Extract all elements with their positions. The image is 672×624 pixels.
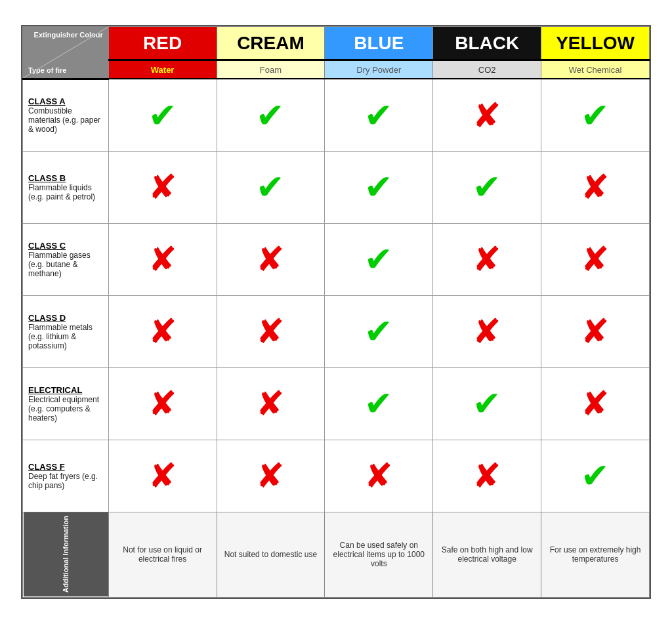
fire-class-1: CLASS B (28, 173, 103, 183)
check-icon: ✔ (256, 168, 285, 206)
cell-r4-c3: ✔ (433, 367, 541, 440)
header-yellow: YELLOW (541, 26, 650, 60)
cross-icon: ✘ (148, 312, 177, 350)
check-icon: ✔ (364, 240, 393, 278)
cell-r4-c1: ✘ (217, 367, 325, 440)
type-water: Water (108, 60, 217, 79)
cell-r4-c0: ✘ (108, 367, 217, 440)
cell-r1-c2: ✔ (325, 151, 433, 223)
cell-r2-c3: ✘ (433, 223, 541, 295)
cross-icon: ✘ (581, 240, 610, 278)
check-icon: ✔ (581, 96, 610, 135)
cross-icon: ✘ (472, 457, 501, 495)
cell-r5-c1: ✘ (217, 440, 325, 512)
fire-class-2: CLASS C (28, 241, 103, 251)
fire-desc-3: Flammable metals (e.g. lithium & potassi… (28, 323, 103, 350)
cell-r1-c0: ✘ (108, 151, 217, 223)
cell-r5-c3: ✘ (433, 440, 541, 512)
check-icon: ✔ (364, 385, 393, 423)
table-row: CLASS ACombustible materials (e.g. paper… (23, 79, 650, 151)
check-icon: ✔ (364, 96, 393, 135)
additional-cream: Not suited to domestic use (217, 512, 325, 597)
additional-black: Safe on both high and low electrical vol… (433, 512, 541, 597)
fire-desc-1: Flammable liquids (e.g. paint & petrol) (28, 183, 103, 201)
type-wet-chemical: Wet Chemical (541, 60, 650, 79)
cross-icon: ✘ (581, 385, 610, 423)
type-foam: Foam (217, 60, 325, 79)
cross-icon: ✘ (256, 240, 285, 278)
cell-r0-c1: ✔ (217, 79, 325, 151)
fire-class-4: ELECTRICAL (28, 385, 103, 395)
cell-r0-c4: ✔ (541, 79, 650, 151)
corner-fire-label: Type of fire (28, 66, 66, 74)
cell-r1-c3: ✔ (433, 151, 541, 223)
table-row: CLASS DFlammable metals (e.g. lithium & … (23, 295, 650, 367)
table-row: CLASS CFlammable gases (e.g. butane & me… (23, 223, 650, 295)
cell-r1-c4: ✘ (541, 151, 650, 223)
table-row: ELECTRICALElectrical equipment (e.g. com… (23, 367, 650, 440)
cell-r0-c3: ✘ (433, 79, 541, 151)
cell-r5-c2: ✘ (325, 440, 433, 512)
cross-icon: ✘ (148, 457, 177, 495)
fire-desc-2: Flammable gases (e.g. butane & methane) (28, 251, 103, 278)
cell-r2-c2: ✔ (325, 223, 433, 295)
cell-r2-c4: ✘ (541, 223, 650, 295)
header-blue: BLUE (325, 26, 433, 60)
cell-r3-c1: ✘ (217, 295, 325, 367)
check-icon: ✔ (364, 312, 393, 350)
check-icon: ✔ (472, 385, 501, 423)
check-icon: ✔ (472, 168, 501, 206)
check-icon: ✔ (364, 168, 393, 206)
fire-extinguisher-table: Extinguisher Colour Type of fire RED CRE… (21, 25, 651, 599)
cross-icon: ✘ (472, 312, 501, 350)
cell-r4-c4: ✘ (541, 367, 650, 440)
check-icon: ✔ (148, 96, 177, 135)
cell-r1-c1: ✔ (217, 151, 325, 223)
header-red: RED (108, 26, 217, 60)
table-row: CLASS FDeep fat fryers (e.g. chip pans)✘… (23, 440, 650, 512)
fire-desc-0: Combustible materials (e.g. paper & wood… (28, 106, 103, 134)
cell-r5-c4: ✔ (541, 440, 650, 512)
cell-r5-c0: ✘ (108, 440, 217, 512)
type-dry-powder: Dry Powder (325, 60, 433, 79)
table-row: CLASS BFlammable liquids (e.g. paint & p… (23, 151, 650, 223)
corner-extinguisher-label: Extinguisher Colour (34, 31, 103, 39)
cell-r3-c0: ✘ (108, 295, 217, 367)
fire-desc-4: Electrical equipment (e.g. computers & h… (28, 395, 103, 423)
header-black: BLACK (433, 26, 541, 60)
check-icon: ✔ (581, 457, 610, 495)
fire-class-3: CLASS D (28, 313, 103, 323)
cell-r3-c3: ✘ (433, 295, 541, 367)
cell-r4-c2: ✔ (325, 367, 433, 440)
cross-icon: ✘ (256, 457, 285, 495)
fire-class-0: CLASS A (28, 96, 103, 106)
additional-red: Not for use on liquid or electrical fire… (108, 512, 217, 597)
cross-icon: ✘ (472, 240, 501, 278)
additional-blue: Can be used safely on electrical items u… (325, 512, 433, 597)
cell-r0-c0: ✔ (108, 79, 217, 151)
cross-icon: ✘ (256, 312, 285, 350)
cross-icon: ✘ (256, 385, 285, 423)
cross-icon: ✘ (472, 96, 501, 135)
cell-r0-c2: ✔ (325, 79, 433, 151)
additional-info-label: Additional Information (23, 512, 109, 597)
cell-r3-c4: ✘ (541, 295, 650, 367)
additional-yellow: For use on extremely high temperatures (541, 512, 650, 597)
fire-class-5: CLASS F (28, 462, 103, 472)
cross-icon: ✘ (581, 168, 610, 206)
cross-icon: ✘ (148, 385, 177, 423)
cell-r2-c1: ✘ (217, 223, 325, 295)
fire-desc-5: Deep fat fryers (e.g. chip pans) (28, 472, 103, 490)
cross-icon: ✘ (581, 312, 610, 350)
type-co2: CO2 (433, 60, 541, 79)
header-cream: CREAM (217, 26, 325, 60)
cell-r2-c0: ✘ (108, 223, 217, 295)
check-icon: ✔ (256, 96, 285, 135)
cross-icon: ✘ (364, 457, 393, 495)
cross-icon: ✘ (148, 168, 177, 206)
cell-r3-c2: ✔ (325, 295, 433, 367)
cross-icon: ✘ (148, 240, 177, 278)
